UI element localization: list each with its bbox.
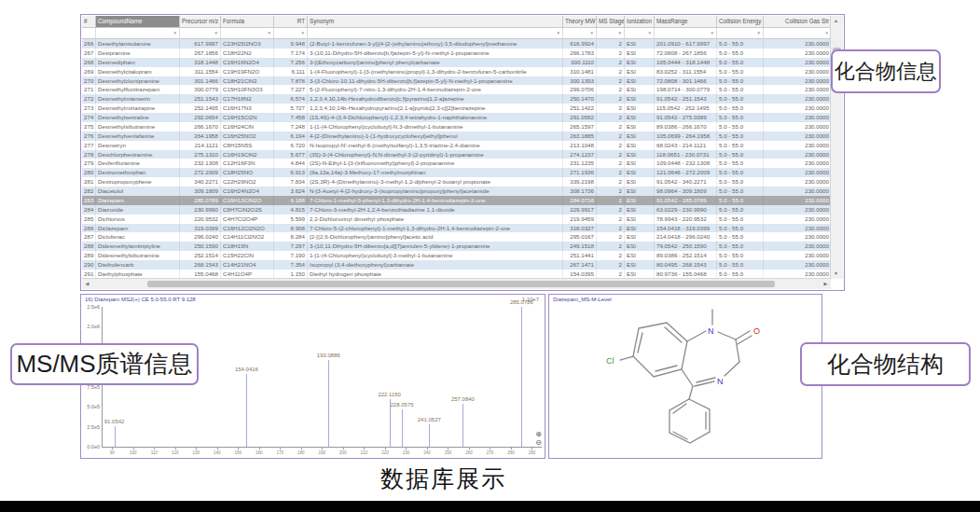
cell[interactable]: 230.0000 bbox=[764, 131, 832, 141]
cell[interactable]: C16H17N3 bbox=[221, 104, 274, 113]
table-row[interactable]: 288Didesmethylamitriptyline250.1590C18H1… bbox=[82, 242, 832, 251]
cell[interactable]: Desmethylflunitrazepam bbox=[96, 85, 180, 94]
cell[interactable]: 272.2009 bbox=[180, 168, 221, 177]
cell[interactable]: 2 bbox=[597, 76, 625, 86]
cell[interactable]: 72.0808 - 301.1466 bbox=[655, 76, 717, 86]
cell[interactable]: 5.0 - 55.0 bbox=[717, 76, 764, 86]
cell[interactable]: 7.227 bbox=[274, 85, 308, 94]
cell[interactable]: 91.0542 - 275.0389 bbox=[655, 113, 717, 122]
column-header[interactable]: RT bbox=[274, 16, 308, 28]
cell[interactable]: (2S,3R)-4-(Dimethylamino)-3-methyl-1,2-d… bbox=[308, 177, 563, 187]
table-row[interactable]: 272Desmethylmianserin251.1543C17H18N26.5… bbox=[82, 94, 832, 104]
cell[interactable]: 2 bbox=[597, 187, 625, 196]
cell[interactable]: 290 bbox=[82, 260, 96, 270]
column-header[interactable]: Collision Gas Str bbox=[764, 16, 832, 28]
table-row[interactable]: 269Desmethylcitalopram311.1554C19H19FN2O… bbox=[82, 67, 832, 76]
column-header[interactable]: Collision Energy bbox=[717, 16, 764, 28]
cell[interactable]: Desmethylsertraline bbox=[96, 113, 180, 122]
cell[interactable]: 7.174 bbox=[274, 48, 308, 58]
filter-funnel-icon[interactable]: ▼ bbox=[301, 31, 305, 35]
cell[interactable]: 5.0 - 55.0 bbox=[717, 205, 764, 214]
column-header[interactable]: MS Stage bbox=[597, 16, 625, 28]
table-row[interactable]: 268Desmedipham318.1448C16H16N2O47.2563-[… bbox=[82, 58, 832, 67]
cell[interactable]: 7-Chloro-3-methyl-2H-1,2,4-benzothiadiaz… bbox=[308, 205, 563, 214]
cell[interactable]: 230.0000 bbox=[764, 39, 832, 48]
cell[interactable]: Desmedipham bbox=[96, 58, 180, 67]
cell[interactable]: 301.1466 bbox=[180, 76, 221, 86]
cell[interactable]: 2 bbox=[597, 141, 625, 150]
cell[interactable]: 7-Chloro-1-methyl-5-phenyl-1,3-dihydro-2… bbox=[308, 196, 563, 205]
cell[interactable]: 9.948 bbox=[274, 39, 308, 48]
cell[interactable]: 198.0714 - 300.0779 bbox=[655, 85, 717, 94]
table-row[interactable]: 281Dextropropoxyphene340.2271C22H29NO27.… bbox=[82, 177, 832, 187]
cell[interactable]: C16H12Cl2N2O bbox=[221, 224, 274, 233]
cell[interactable]: 263.1885 bbox=[563, 131, 597, 141]
cell[interactable]: 2 bbox=[597, 196, 625, 205]
cell[interactable]: 1-(4-Fluorophenyl)-1-[3-(methylamino)pro… bbox=[308, 67, 563, 76]
cell[interactable]: Diclofenac bbox=[96, 232, 180, 242]
filter-cell[interactable]: ▼ bbox=[597, 28, 625, 39]
cell[interactable]: ESI bbox=[625, 141, 655, 150]
cell[interactable]: 286 bbox=[82, 224, 96, 233]
cell[interactable]: 308.1736 bbox=[563, 187, 597, 196]
cell[interactable]: 4.815 bbox=[274, 205, 308, 214]
cell[interactable]: 3-(3-Chloro-10,11-dihydro-5H-dibenzo[b,f… bbox=[308, 76, 563, 86]
cell[interactable]: C16H24ClN bbox=[221, 122, 274, 131]
cell[interactable]: 6.913 bbox=[274, 168, 308, 177]
cell[interactable]: 267.1856 bbox=[180, 48, 221, 58]
cell[interactable]: 269 bbox=[82, 67, 96, 76]
column-header[interactable]: CompoundName bbox=[96, 16, 180, 28]
cell[interactable]: 271.1936 bbox=[563, 168, 597, 177]
column-header[interactable]: Formula bbox=[221, 16, 274, 28]
cell[interactable]: ESI bbox=[625, 131, 655, 141]
cell[interactable]: (3S)-3-(4-Chlorophenyl)-N,N-dimethyl-3-(… bbox=[308, 150, 563, 159]
filter-cell[interactable]: ▼ bbox=[96, 28, 180, 39]
filter-funnel-icon[interactable]: ▼ bbox=[825, 31, 829, 35]
cell[interactable]: 91.0542 - 285.0789 bbox=[655, 196, 717, 205]
cell[interactable]: 300.0779 bbox=[180, 85, 221, 94]
cell[interactable]: 5.0 - 55.0 bbox=[717, 251, 764, 260]
cell[interactable]: 8.908 bbox=[274, 224, 308, 233]
filter-cell[interactable]: ▼ bbox=[308, 28, 563, 39]
cell[interactable]: 230.0000 bbox=[764, 141, 832, 150]
cell[interactable]: 1-[1-(4-Chlorophenyl)cyclobutyl]-N,3-dim… bbox=[308, 122, 563, 131]
cell[interactable]: ESI bbox=[625, 224, 655, 233]
cell[interactable]: 230.0000 bbox=[764, 177, 832, 187]
cell[interactable]: 83.0252 - 311.1554 bbox=[655, 67, 717, 76]
cell[interactable]: 616.9924 bbox=[563, 39, 597, 48]
cell[interactable]: 2 bbox=[597, 242, 625, 251]
cell[interactable]: Dexchlorpheniramine bbox=[96, 150, 180, 159]
cell[interactable]: 5.0 - 55.0 bbox=[717, 177, 764, 187]
cell[interactable]: 2 bbox=[597, 67, 625, 76]
cell[interactable]: 230.0000 bbox=[764, 214, 832, 224]
cell[interactable]: 1,2,3,4,10,14b-Hexahydropyrazino[2,1-a]p… bbox=[308, 104, 563, 113]
cell[interactable]: C16H25NO2 bbox=[221, 131, 274, 141]
cell[interactable]: 5.0 - 55.0 bbox=[717, 48, 764, 58]
cell[interactable]: C14H21NO4 bbox=[221, 260, 274, 270]
column-header[interactable]: MassRange bbox=[655, 16, 717, 28]
cell[interactable]: ESI bbox=[625, 260, 655, 270]
filter-funnel-icon[interactable]: ▼ bbox=[757, 31, 761, 35]
cell[interactable]: C16H19ClN2 bbox=[221, 150, 274, 159]
cell[interactable]: ESI bbox=[625, 94, 655, 104]
cell[interactable]: 230.0000 bbox=[764, 94, 832, 104]
cell[interactable]: 5.677 bbox=[274, 150, 308, 159]
cell[interactable]: ESI bbox=[625, 177, 655, 187]
cell[interactable]: 4-[2-(Dimethylamino)-1-(1-hydroxycyclohe… bbox=[308, 131, 563, 141]
cell[interactable]: Desmethylsibutramine bbox=[96, 122, 180, 131]
cell[interactable]: 219.9459 bbox=[563, 214, 597, 224]
cell[interactable]: C18H25NO bbox=[221, 168, 274, 177]
scroll-up-icon[interactable]: ▲ bbox=[831, 16, 841, 26]
cell[interactable]: 2 bbox=[597, 113, 625, 122]
cell[interactable]: 7-Chloro-5-(2-chlorophenyl)-1-methyl-1,3… bbox=[308, 224, 563, 233]
cell[interactable]: 267.1471 bbox=[563, 260, 597, 270]
cell[interactable]: Dextropropoxyphene bbox=[96, 177, 180, 187]
cell[interactable]: 220.9532 bbox=[180, 214, 221, 224]
cell[interactable]: Didesmethylamitriptyline bbox=[96, 242, 180, 251]
filter-funnel-icon[interactable]: ▼ bbox=[590, 31, 594, 35]
table-row[interactable]: 279Dexfenfluramine232.1308C12H16F3N4.844… bbox=[82, 159, 832, 168]
cell[interactable]: 288 bbox=[82, 242, 96, 251]
table-row[interactable]: 290Diethofencarb268.1543C14H21NO47.354Is… bbox=[82, 260, 832, 270]
cell[interactable]: C12H16F3N bbox=[221, 159, 274, 168]
cell[interactable]: Desmethylvenlafaxine bbox=[96, 131, 180, 141]
